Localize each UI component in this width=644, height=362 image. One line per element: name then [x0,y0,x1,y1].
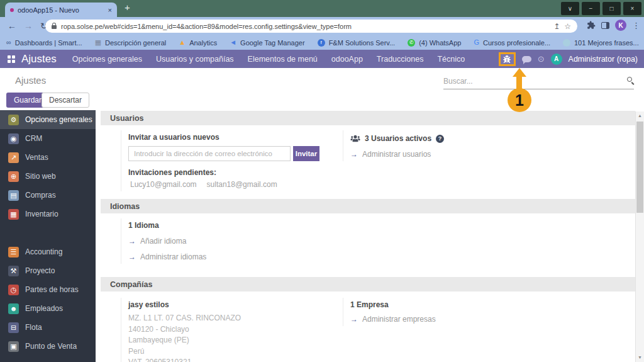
address-line: 140120 - Chiclayo [128,324,328,336]
side-panel-icon[interactable] [601,22,609,29]
bookmark-label: Dashboards | Smart... [15,39,82,47]
company-name[interactable]: jasy estilos [128,300,328,309]
apps-menu-icon[interactable] [8,55,15,63]
bookmark-item[interactable]: ▦ Descripción general [95,39,167,47]
debug-bug-icon[interactable] [499,52,516,66]
invite-email-input[interactable] [128,146,291,161]
arrow-right-icon: → [350,315,358,324]
sidebar-item[interactable]: ☰ Accounting [0,242,96,261]
manage-users-link[interactable]: → Administrar usuarios [350,150,550,159]
manage-languages-link[interactable]: → Administrar idiomas [128,252,325,261]
sidebar-item[interactable]: ⊟ Flota [0,318,96,337]
sidebar-item[interactable]: ⚒ Proyecto [0,261,96,280]
bookmark-icon: ∞ [6,39,11,46]
menu-elementos-menu[interactable]: Elementos de menú [241,55,325,64]
activities-icon[interactable]: ⊙ [538,55,545,63]
bookmark-label: F&M Solutions Serv... [329,39,396,47]
bug-glyph [503,55,511,63]
tab-close-icon[interactable]: × [108,6,112,14]
bookmark-item[interactable]: ▲ Analytics [179,39,217,47]
sidebar-item-label: Compras [25,191,56,200]
menu-opciones-generales[interactable]: Opciones generales [65,55,149,64]
bookmark-icon: G [474,39,479,46]
bookmark-item[interactable]: ◄ Google Tag Manager [230,39,304,47]
sidebar-item[interactable]: ☻ Empleados [0,299,96,318]
extensions-icon[interactable] [587,21,596,30]
section-header-usuarios: Usuarios [101,111,635,125]
company-address: MZ. L1 LT. 07 CAS. RINCONAZO 140120 - Ch… [128,313,328,362]
sidebar-item[interactable]: ⚙ Opciones generales [0,110,96,129]
manage-companies-link[interactable]: → Administrar empresas [350,315,550,324]
pending-email[interactable]: sultan18@gmail.com [207,180,277,189]
scroll-up-icon[interactable]: ▲ [636,112,644,120]
forward-icon[interactable]: → [24,21,33,31]
help-icon[interactable]: ? [436,135,444,143]
bookmark-icon: ◄ [230,39,236,46]
app-icon: ◷ [8,285,19,295]
bookmarks-bar: ∞ Dashboards | Smart... ▦ Descripción ge… [0,35,644,50]
add-language-link[interactable]: → Añadir idioma [128,237,325,246]
discard-button[interactable]: Descartar [42,93,89,108]
sidebar-item-label: Empleados [25,304,63,313]
invite-button[interactable]: Invitar [293,146,319,161]
users-icon [350,135,360,142]
bookmark-icon [563,39,570,47]
sidebar-item[interactable]: ↗ Ventas [0,148,96,167]
window-controls: ∨ − □ × [561,2,641,15]
bookmark-star-icon[interactable]: ☆ [564,22,571,31]
bookmark-item[interactable]: f F&M Solutions Serv... [318,39,396,47]
menu-usuarios-companias[interactable]: Usuarios y compañías [149,55,241,64]
odoo-favicon-icon [10,8,14,12]
menu-odooapp[interactable]: odooApp [325,55,370,64]
sidebar-item[interactable]: ▤ Compras [0,186,96,205]
window-restore-button[interactable]: □ [602,2,621,15]
address-line: VAT. 20605310321 [128,357,328,362]
user-name[interactable]: Administrator (ropa) [569,55,638,64]
bookmark-item[interactable]: 101 Mejores frases... [563,39,639,47]
address-line: MZ. L1 LT. 07 CAS. RINCONAZO [128,313,328,324]
new-tab-button[interactable]: + [125,2,130,13]
url-text[interactable]: ropa.solse.pe/web#cids=1&menu_id=4&actio… [61,23,549,30]
user-avatar[interactable]: A [551,54,562,65]
sidebar-item[interactable]: ◉ CRM [0,129,96,148]
scrollbar-thumb[interactable] [636,122,643,213]
app-icon: ☻ [8,303,19,314]
manage-users-label: Administrar usuarios [362,150,431,159]
window-minimize-button[interactable]: − [582,2,600,15]
search-icon[interactable] [627,77,632,82]
bookmark-label: Analytics [189,39,217,47]
sidebar-item[interactable]: ▦ Inventario [0,205,96,223]
sidebar-item[interactable]: ◷ Partes de horas [0,280,96,299]
url-bar[interactable]: ropa.solse.pe/web#cids=1&menu_id=4&actio… [45,20,577,33]
browser-menu-icon[interactable]: ⋮ [632,21,640,30]
window-menu-button[interactable]: ∨ [561,2,579,15]
company-count-box: 1 Empresa → Administrar empresas [343,298,550,326]
messages-icon[interactable] [522,56,531,62]
pending-email-list: Lucy10@gmail.com sultan18@gmail.com [128,180,325,189]
sidebar-item-label: Partes de horas [25,285,79,294]
app-icon: ☰ [8,247,19,257]
app-title[interactable]: Ajustes [21,53,57,65]
menu-traducciones[interactable]: Traducciones [370,55,431,64]
search-input[interactable] [443,74,634,89]
vertical-scrollbar[interactable]: ▲ ▼ [635,111,644,362]
control-panel: Ajustes Guardar Descartar [0,68,644,110]
add-language-label: Añadir idioma [140,237,186,246]
browser-profile-avatar[interactable]: K [615,20,626,31]
share-icon[interactable]: ↥ [553,22,560,31]
pending-email[interactable]: Lucy10@gmail.com [130,180,197,189]
bookmark-item[interactable]: ∞ Dashboards | Smart... [6,39,82,47]
back-icon[interactable]: ← [8,21,16,31]
pending-invitations-label: Invitaciones pendientes: [128,168,325,177]
bookmark-item[interactable]: ✆ (4) WhatsApp [408,39,461,47]
arrow-right-icon: → [128,237,136,246]
sidebar-item[interactable]: ▣ Punto de Venta [0,337,96,356]
browser-tab[interactable]: odooApp15 - Nuevo × [5,3,117,17]
window-close-button[interactable]: × [623,2,641,15]
bookmark-item[interactable]: G Cursos profesionale... [474,39,550,47]
sidebar-item[interactable]: ⊕ Sitio web [0,167,96,186]
annotation-arrow-shaft [516,76,522,89]
scroll-down-icon[interactable]: ▼ [636,354,644,361]
annotation-step-badge: 1 [508,88,531,112]
menu-tecnico[interactable]: Técnico [430,55,472,64]
